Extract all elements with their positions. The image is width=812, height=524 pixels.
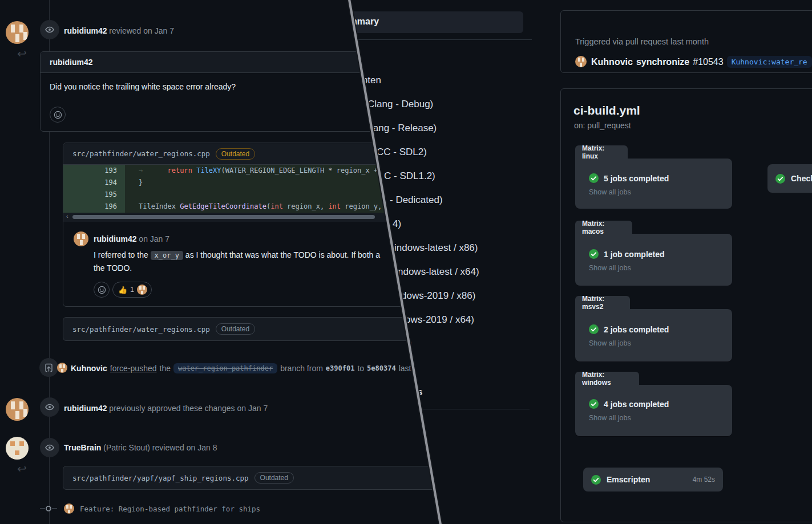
matrix-tab-linux: Matrix: linux xyxy=(575,145,628,159)
thumbsup-reaction-pill[interactable]: 👍 1 xyxy=(112,282,152,298)
event-type: synchronize xyxy=(636,57,689,67)
avatar[interactable] xyxy=(57,363,67,373)
scroll-left-arrow[interactable]: ‹ xyxy=(66,213,68,220)
show-all-jobs-link[interactable]: Show all jobs xyxy=(589,188,631,196)
scrollbar-thumb[interactable] xyxy=(72,215,375,219)
job-duration: 4m 52s xyxy=(693,476,715,484)
line-number: 196 xyxy=(63,201,125,213)
commit-icon xyxy=(40,504,57,515)
sidebar-job-win2019-x86[interactable]: dows-2019 / x86) xyxy=(401,290,475,302)
success-check-icon xyxy=(775,174,785,184)
eye-icon xyxy=(40,438,59,457)
success-check-icon xyxy=(589,249,599,259)
eye-icon xyxy=(40,397,59,417)
commit-sha[interactable]: e390f01 xyxy=(326,364,355,372)
matrix-group-macos[interactable]: 1 job completed Show all jobs xyxy=(575,234,732,286)
commit-message[interactable]: Feature: Region-based pathfinder for shi… xyxy=(80,505,260,513)
force-pushed-link[interactable]: force-pushed xyxy=(110,364,157,373)
reviewer-name[interactable]: TrueBrain xyxy=(64,443,101,452)
sidebar-job-dedicated[interactable]: - Dedicated) xyxy=(390,194,443,206)
sidebar-job-gcc-sdl2[interactable]: CC - SDL2) xyxy=(377,147,427,158)
reaction-count: 1 xyxy=(130,286,134,294)
force-push-icon xyxy=(39,358,58,377)
matrix-group-windows[interactable]: 4 jobs completed Show all jobs xyxy=(575,385,732,436)
sidebar-job-winlatest-x86[interactable]: indows-latest / x86) xyxy=(394,242,478,254)
sidebar-job-fragment[interactable]: ) xyxy=(409,338,412,350)
commit-sha[interactable]: 5e80374 xyxy=(367,364,396,372)
force-push-event: Kuhnovic force-pushed the water_region_p… xyxy=(71,363,411,373)
line-number: 193 xyxy=(63,165,125,177)
job-label: Emscripten xyxy=(607,475,650,484)
review-meta: (Patric Stout) reviewed on Jan 8 xyxy=(103,443,217,452)
avatar[interactable] xyxy=(74,231,88,246)
tab-indicator: → xyxy=(139,166,143,174)
matrix-tab-msys2: Matrix: msys2 xyxy=(575,296,630,309)
sidebar-divider xyxy=(353,39,532,40)
review-meta: reviewed on Jan 7 xyxy=(109,26,174,35)
branch-label[interactable]: water_region_pathfinder xyxy=(173,363,277,373)
reply-arrow-icon: ↩ xyxy=(17,47,27,60)
show-all-jobs-link[interactable]: Show all jobs xyxy=(589,264,631,272)
sidebar-job-winlatest-x64[interactable]: ndows-latest / x64) xyxy=(398,266,479,278)
eye-icon xyxy=(40,20,59,39)
jobs-completed-status: 4 jobs completed xyxy=(604,400,669,409)
sidebar-job-win2019-x64[interactable]: ows-2019 / x64) xyxy=(405,314,474,326)
jobs-completed-status: 5 jobs completed xyxy=(604,174,669,183)
head-ref-label[interactable]: Kuhnovic:water_re xyxy=(727,56,812,68)
file-path[interactable]: src/pathfinder/water_regions.cpp xyxy=(72,325,210,334)
matrix-group-msys2[interactable]: 2 jobs completed Show all jobs xyxy=(575,309,732,361)
avatar[interactable] xyxy=(6,21,29,44)
avatar[interactable] xyxy=(575,56,587,67)
sidebar-job-gcc-sdl12[interactable]: C - SDL1.2) xyxy=(384,170,435,182)
add-reaction-button[interactable] xyxy=(94,282,110,298)
reply-arrow-icon: ↩ xyxy=(17,462,27,476)
avatar[interactable] xyxy=(64,503,74,514)
outdated-badge: Outdated xyxy=(216,323,255,335)
line-number: 194 xyxy=(63,177,125,189)
actor-name[interactable]: Kuhnovic xyxy=(591,57,633,67)
jobs-completed-status: 2 jobs completed xyxy=(604,325,669,334)
success-check-icon xyxy=(589,173,599,183)
show-all-jobs-link[interactable]: Show all jobs xyxy=(589,339,631,347)
matrix-tab-windows: Matrix: windows xyxy=(575,372,639,385)
file-path[interactable]: src/pathfinder/yapf/yapf_ship_regions.cp… xyxy=(72,474,249,482)
approved-meta: previously approved these changes on Jan… xyxy=(109,404,268,413)
outdated-badge: Outdated xyxy=(216,148,255,160)
workflow-file-title: ci-build.yml xyxy=(573,104,640,117)
add-reaction-button[interactable] xyxy=(50,107,66,123)
sidebar-job-emscripten[interactable]: ipten xyxy=(360,75,381,86)
sidebar-job-clang-release[interactable]: lang - Release) xyxy=(371,123,437,134)
show-all-jobs-link[interactable]: Show all jobs xyxy=(589,414,631,422)
outdated-badge: Outdated xyxy=(254,472,294,484)
comment-body: Did you notice the trailing white space … xyxy=(50,82,236,91)
comment-meta: on Jan 7 xyxy=(139,234,169,243)
actor-name[interactable]: Kuhnovic xyxy=(71,364,107,373)
success-check-icon xyxy=(589,324,599,334)
inline-code-chip: x_or_y xyxy=(151,251,183,260)
comment-line1: I referred to the x_or_y as I thought th… xyxy=(94,250,380,259)
jobs-completed-status: 1 job completed xyxy=(604,250,665,259)
sidebar-job-x64[interactable]: 4) xyxy=(393,218,401,230)
reviewer-name[interactable]: rubidium42 xyxy=(64,404,107,413)
reactor-avatar[interactable] xyxy=(137,285,147,295)
sidebar-job-clang-debug[interactable]: Clang - Debug) xyxy=(367,99,433,110)
avatar[interactable] xyxy=(6,437,29,460)
comment-author[interactable]: rubidium42 xyxy=(50,58,92,67)
sidebar-section-fragment: s xyxy=(417,387,422,398)
job-node-check[interactable]: Check An xyxy=(767,164,812,193)
workflow-trigger: on: pull_request xyxy=(574,121,631,130)
job-node-emscripten[interactable]: Emscripten 4m 52s xyxy=(583,468,723,491)
success-check-icon xyxy=(589,399,599,409)
file-path[interactable]: src/pathfinder/water_regions.cpp xyxy=(72,149,210,158)
line-number: 195 xyxy=(63,189,125,201)
trigger-text: Triggered via pull request last month xyxy=(575,37,709,46)
job-label: Check An xyxy=(791,174,812,183)
reviewer-name[interactable]: rubidium42 xyxy=(64,26,107,35)
run-trigger-card: Triggered via pull request last month Ku… xyxy=(560,10,812,73)
avatar[interactable] xyxy=(6,398,29,421)
thumbsup-emoji: 👍 xyxy=(118,286,127,294)
matrix-group-linux[interactable]: 5 jobs completed Show all jobs xyxy=(575,159,732,209)
composited-screenshots: { "pr": { "review1": {"name":"rubidium42… xyxy=(0,0,812,524)
success-check-icon xyxy=(591,475,601,485)
comment-author[interactable]: rubidium42 xyxy=(94,234,136,243)
